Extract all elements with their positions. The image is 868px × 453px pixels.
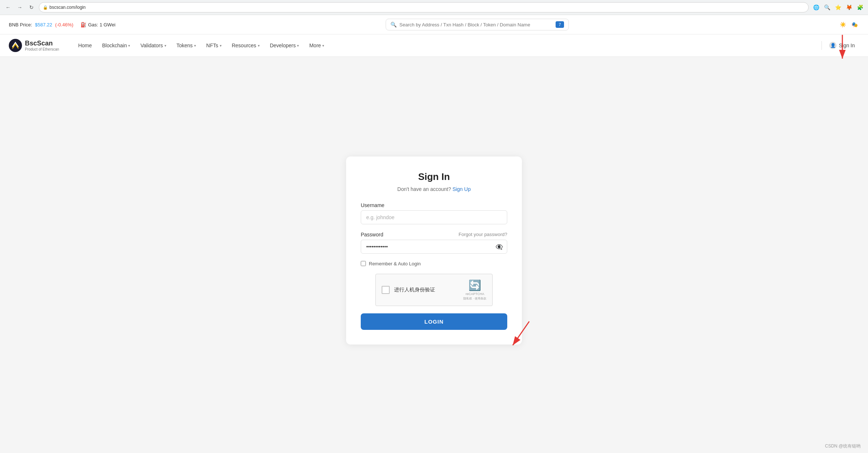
- theme-toggle[interactable]: ☀️: [839, 20, 847, 29]
- username-input[interactable]: [361, 210, 507, 224]
- nav-more[interactable]: More ▾: [305, 37, 329, 54]
- search-icon: 🔍: [390, 22, 397, 27]
- tokens-chevron: ▾: [194, 44, 196, 48]
- wallet-icon[interactable]: 🎭: [850, 20, 859, 29]
- logo-sub: Product of Etherscan: [25, 47, 59, 51]
- navigation-bar: BscScan Product of Etherscan Home Blockc…: [0, 34, 868, 57]
- browser-icons: 🌐 🔍 ⭐ 🦊 🧩: [812, 3, 864, 12]
- nav-developers[interactable]: Developers ▾: [266, 37, 304, 54]
- recaptcha-checkbox[interactable]: [382, 286, 390, 294]
- gas-info-section: ⛽ Gas: 1 GWei: [81, 22, 115, 27]
- signin-card: Sign In Don't have an account? Sign Up U…: [346, 156, 522, 345]
- forgot-password-link[interactable]: Forgot your password?: [459, 232, 507, 237]
- search-input[interactable]: [400, 22, 553, 27]
- bnb-price-section: BNB Price: $587.22 (-0.46%): [9, 22, 73, 27]
- bnb-change: (-0.46%): [55, 22, 74, 27]
- nav-validators[interactable]: Validators ▾: [136, 37, 170, 54]
- signup-link[interactable]: Sign Up: [452, 186, 471, 192]
- logo-name: BscScan: [25, 40, 59, 47]
- password-group: Password Forgot your password? 👁️‍🗨️: [361, 232, 507, 254]
- username-label: Username: [361, 202, 507, 208]
- recaptcha-container[interactable]: 进行人机身份验证 🔄 reCAPTCHA 隐私权 · 使用条款: [375, 274, 493, 306]
- back-button[interactable]: ←: [4, 3, 12, 12]
- username-group: Username: [361, 202, 507, 224]
- password-row: Password Forgot your password?: [361, 232, 507, 237]
- main-content: Sign In Don't have an account? Sign Up U…: [0, 57, 868, 444]
- translate-icon[interactable]: 🌐: [812, 3, 820, 12]
- logo-text-block: BscScan Product of Etherscan: [25, 40, 59, 51]
- footer-watermark: CSDN @统有链哟: [825, 443, 861, 449]
- login-button[interactable]: LOGIN: [361, 313, 507, 330]
- nav-home[interactable]: Home: [74, 37, 96, 54]
- password-input[interactable]: [361, 240, 507, 254]
- recaptcha-text: 进行人机身份验证: [394, 287, 435, 293]
- browser-chrome: ← → ↻ 🔒 bscscan.com/login 🌐 🔍 ⭐ 🦊 🧩: [0, 0, 868, 15]
- search-bar[interactable]: 🔍 7: [386, 19, 569, 30]
- extension-icon[interactable]: 🦊: [845, 3, 853, 12]
- refresh-button[interactable]: ↻: [27, 3, 36, 12]
- signin-nav-link[interactable]: 👤 Sign In: [825, 39, 859, 52]
- developers-chevron: ▾: [297, 44, 299, 48]
- nav-divider: [821, 41, 822, 50]
- password-toggle-icon[interactable]: 👁️‍🗨️: [496, 243, 503, 250]
- recaptcha-brand-label: reCAPTCHA: [465, 292, 484, 296]
- subtitle-text: Don't have an account?: [397, 186, 451, 192]
- bnb-price-value: $587.22: [35, 22, 52, 27]
- signin-title: Sign In: [361, 171, 507, 183]
- signin-subtitle: Don't have an account? Sign Up: [361, 186, 507, 192]
- gas-value: 1 GWei: [100, 22, 115, 27]
- forward-button[interactable]: →: [15, 3, 24, 12]
- zoom-icon[interactable]: 🔍: [823, 3, 831, 12]
- password-label: Password: [361, 232, 383, 237]
- info-bar: BNB Price: $587.22 (-0.46%) ⛽ Gas: 1 GWe…: [0, 15, 868, 34]
- more-chevron: ▾: [322, 44, 324, 48]
- nav-resources[interactable]: Resources ▾: [227, 37, 264, 54]
- remember-checkbox[interactable]: [361, 261, 366, 266]
- gas-label: Gas:: [88, 22, 98, 27]
- recaptcha-links: 隐私权 · 使用条款: [463, 297, 486, 301]
- recaptcha-right: 🔄 reCAPTCHA 隐私权 · 使用条款: [463, 279, 486, 301]
- browser-toolbar: ← → ↻ 🔒 bscscan.com/login 🌐 🔍 ⭐ 🦊 🧩: [0, 0, 868, 15]
- address-bar[interactable]: 🔒 bscscan.com/login: [39, 2, 809, 12]
- validators-chevron: ▾: [164, 44, 166, 48]
- remember-row: Remember & Auto Login: [361, 261, 507, 266]
- nav-nfts[interactable]: NFTs ▾: [202, 37, 226, 54]
- svg-point-0: [9, 39, 22, 52]
- gas-icon: ⛽: [81, 22, 86, 27]
- recaptcha-left: 进行人机身份验证: [382, 286, 435, 294]
- card-wrapper: Sign In Don't have an account? Sign Up U…: [346, 156, 522, 345]
- blockchain-chevron: ▾: [128, 44, 130, 48]
- remember-label: Remember & Auto Login: [369, 261, 421, 266]
- logo-svg: [9, 39, 22, 52]
- bnb-label: BNB Price:: [9, 22, 32, 27]
- url-text: bscscan.com/login: [49, 5, 805, 10]
- nav-blockchain[interactable]: Blockchain ▾: [98, 37, 135, 54]
- logo-link[interactable]: BscScan Product of Etherscan: [9, 34, 59, 56]
- password-wrapper: 👁️‍🗨️: [361, 240, 507, 254]
- puzzle-icon[interactable]: 🧩: [856, 3, 864, 12]
- nav-items: Home Blockchain ▾ Validators ▾ Tokens ▾ …: [74, 37, 819, 54]
- nav-tokens[interactable]: Tokens ▾: [172, 37, 200, 54]
- user-avatar-icon: 👤: [829, 42, 837, 49]
- bookmark-icon[interactable]: ⭐: [834, 3, 842, 12]
- nfts-chevron: ▾: [220, 44, 222, 48]
- resources-chevron: ▾: [258, 44, 260, 48]
- search-button[interactable]: 7: [556, 21, 564, 28]
- recaptcha-logo-icon: 🔄: [468, 279, 481, 291]
